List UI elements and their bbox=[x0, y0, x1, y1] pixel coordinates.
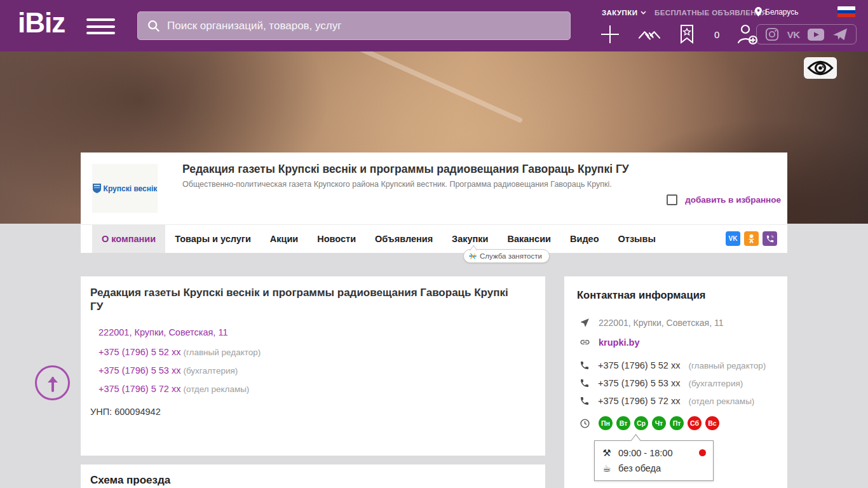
clock-icon bbox=[580, 418, 590, 429]
add-to-favorites[interactable]: добавить в избранное bbox=[667, 194, 781, 205]
lunch-icon: ☕ bbox=[601, 463, 613, 474]
tab-promotions[interactable]: Акции bbox=[261, 225, 308, 253]
company-logo-shield-icon bbox=[93, 184, 101, 193]
website-link[interactable]: krupki.by bbox=[599, 337, 639, 348]
contact-info-card: Контактная информация 222001, Крупки, Со… bbox=[564, 276, 787, 488]
instagram-icon[interactable] bbox=[765, 27, 779, 41]
arrow-up-icon bbox=[46, 374, 60, 392]
company-logo-text: Крупскі веснік bbox=[104, 184, 158, 193]
tab-about[interactable]: О компании bbox=[92, 225, 165, 253]
favorite-label: добавить в избранное bbox=[685, 195, 781, 205]
contact-website-row: krupki.by bbox=[580, 337, 639, 348]
contact-phone-row: +375 (1796) 5 53 xx (бухгалтерия) bbox=[580, 378, 743, 388]
telegram-icon[interactable] bbox=[832, 27, 848, 41]
search-icon bbox=[147, 19, 161, 33]
region-selector[interactable]: Беларусь bbox=[755, 7, 798, 17]
odnoklassniki-social-button[interactable] bbox=[744, 231, 759, 246]
contact-title: Контактная информация bbox=[577, 289, 705, 301]
search-bar bbox=[137, 11, 571, 40]
phone-row: +375 (1796) 5 53 xx (бухгалтерия) bbox=[98, 365, 536, 376]
company-tabbar: О компании Товары и услуги Акции Новости… bbox=[81, 224, 787, 253]
add-user-icon[interactable] bbox=[736, 24, 759, 45]
phone-icon bbox=[580, 378, 590, 388]
work-hours-icon: ⚒ bbox=[601, 447, 613, 459]
tab-products[interactable]: Товары и услуги bbox=[165, 225, 261, 253]
company-title: Редакция газеты Крупскі веснік и програм… bbox=[182, 163, 691, 176]
day-badge[interactable]: Пт bbox=[670, 416, 684, 430]
day-badge[interactable]: Пн bbox=[599, 416, 613, 430]
accessibility-eye-button[interactable] bbox=[804, 57, 837, 79]
phone-link[interactable]: +375 (1796) 5 53 xx bbox=[98, 365, 180, 376]
tab-news[interactable]: Новости bbox=[308, 225, 365, 253]
phone-label: (главный редактор) bbox=[183, 348, 261, 357]
vk-icon[interactable]: VK bbox=[787, 29, 800, 40]
vk-social-button[interactable]: VK bbox=[726, 231, 740, 246]
day-badge[interactable]: Вт bbox=[616, 416, 630, 430]
site-logo[interactable]: iBiz bbox=[18, 9, 65, 37]
contact-phone-row: +375 (1796) 5 72 xx (отдел рекламы) bbox=[580, 396, 754, 406]
phone-icon bbox=[580, 396, 590, 406]
about-address-link[interactable]: 222001, Крупки, Советская, 11 bbox=[98, 327, 536, 337]
phone-label: (бухгалтерия) bbox=[183, 366, 238, 376]
handshake-icon[interactable] bbox=[637, 24, 662, 44]
company-subtitle: Общественно-политическая газета Крупског… bbox=[182, 180, 691, 189]
language-flag-russia[interactable] bbox=[837, 6, 855, 17]
lunch-info: без обеда bbox=[618, 463, 661, 473]
favorites-bookmark-icon[interactable] bbox=[679, 24, 695, 44]
viber-social-button[interactable] bbox=[763, 231, 777, 246]
navigation-arrow-icon bbox=[580, 317, 590, 328]
company-social-links: VK bbox=[726, 231, 777, 246]
open-status-dot bbox=[699, 449, 706, 456]
tab-video[interactable]: Видео bbox=[560, 225, 609, 253]
phone-row: +375 (1796) 5 52 xx (главный редактор) bbox=[98, 347, 536, 357]
employment-service-badge[interactable]: Служба занятости bbox=[463, 249, 550, 263]
header: iBiz ЗАКУПКИ БЕСПЛАТНЫЕ ОБЪЯВЛЕНИЯ Белар… bbox=[0, 0, 868, 51]
favorite-checkbox[interactable] bbox=[667, 194, 677, 205]
phone-row: +375 (1796) 5 72 xx (отдел рекламы) bbox=[98, 384, 536, 394]
phone-label: (отдел рекламы) bbox=[183, 384, 249, 394]
nav-free-ads[interactable]: БЕСПЛАТНЫЕ ОБЪЯВЛЕНИЯ bbox=[654, 9, 767, 17]
tab-reviews[interactable]: Отзывы bbox=[609, 225, 665, 253]
link-icon bbox=[580, 337, 590, 348]
phone-link[interactable]: +375 (1796) 5 52 xx bbox=[98, 347, 180, 357]
company-header-card: Крупскі веснік Редакция газеты Крупскі в… bbox=[81, 152, 787, 253]
phone-link[interactable]: +375 (1796) 5 72 xx bbox=[98, 384, 180, 394]
youtube-icon[interactable] bbox=[808, 29, 824, 41]
map-section: Схема проезда bbox=[81, 464, 545, 488]
phone-icon bbox=[580, 360, 590, 370]
working-days-row: Пн Вт Ср Чт Пт Сб Вс bbox=[580, 416, 719, 430]
about-section: Редакция газеты Крупскі веснік и програм… bbox=[81, 276, 545, 456]
eye-icon bbox=[807, 60, 834, 76]
day-badge[interactable]: Чт bbox=[652, 416, 666, 430]
employment-service-icon bbox=[469, 252, 477, 260]
chevron-down-icon bbox=[641, 11, 646, 15]
day-badge[interactable]: Ср bbox=[634, 416, 648, 430]
scroll-to-top-button[interactable] bbox=[35, 365, 70, 400]
day-badge[interactable]: Вс bbox=[705, 416, 719, 430]
search-input[interactable] bbox=[167, 20, 561, 32]
tab-ads[interactable]: Объявления bbox=[365, 225, 442, 253]
unp-number: УНП: 600094942 bbox=[90, 407, 536, 417]
map-section-title: Схема проезда bbox=[90, 474, 536, 487]
header-social-links: VK bbox=[756, 24, 857, 44]
about-title: Редакция газеты Крупскі веснік и програм… bbox=[90, 286, 522, 314]
contact-phone-row: +375 (1796) 5 52 xx (главный редактор) bbox=[580, 360, 766, 370]
nav-zakupki[interactable]: ЗАКУПКИ bbox=[602, 9, 646, 17]
add-company-icon[interactable] bbox=[600, 24, 620, 44]
favorites-count: 0 bbox=[714, 29, 719, 40]
location-pin-icon bbox=[755, 7, 762, 17]
working-days: Пн Вт Ср Чт Пт Сб Вс bbox=[599, 416, 719, 430]
company-logo: Крупскі веснік bbox=[92, 164, 158, 213]
day-badge[interactable]: Сб bbox=[688, 416, 702, 430]
contact-address-row: 222001, Крупки, Советская, 11 bbox=[580, 317, 723, 328]
hamburger-menu-icon[interactable] bbox=[86, 18, 115, 34]
work-hours: 09:00 - 18:00 bbox=[618, 448, 672, 458]
schedule-tooltip: ⚒ 09:00 - 18:00 ☕ без обеда bbox=[594, 440, 714, 481]
